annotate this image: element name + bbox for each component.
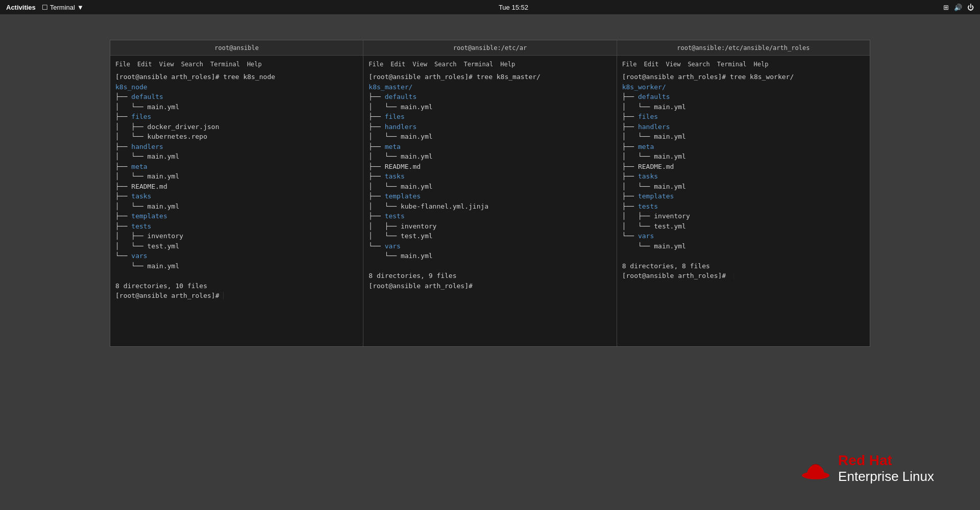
panel-3-menu: File Edit View Search Terminal Help: [622, 60, 865, 72]
terminal-label: Terminal: [50, 4, 75, 11]
menu-view-2[interactable]: View: [412, 60, 427, 69]
tab-2[interactable]: root@ansible:/etc/ar: [363, 40, 617, 55]
panel-3-content: [root@ansible arth_roles]# tree k8s_work…: [622, 72, 865, 281]
menu-file-1[interactable]: File: [115, 60, 130, 69]
panel-3: File Edit View Search Terminal Help [roo…: [617, 56, 870, 346]
redhat-logo: Red Hat Enterprise Linux: [800, 453, 934, 484]
menu-search-3[interactable]: Search: [688, 60, 709, 69]
grid-icon[interactable]: ⊞: [943, 4, 949, 11]
panel-1: File Edit View Search Terminal Help [roo…: [110, 56, 363, 346]
topbar-clock: Tue 15:52: [499, 4, 528, 11]
redhat-hat-icon: [800, 455, 831, 483]
menu-search-1[interactable]: Search: [181, 60, 203, 69]
panel-1-menu: File Edit View Search Terminal Help: [115, 60, 358, 72]
menu-search-2[interactable]: Search: [434, 60, 456, 69]
tab-3[interactable]: root@ansible:/etc/ansible/arth_roles: [617, 40, 870, 55]
tab-1[interactable]: root@ansible: [110, 40, 363, 55]
tab-bar: root@ansible root@ansible:/etc/ar root@a…: [110, 40, 870, 56]
menu-terminal-1[interactable]: Terminal: [210, 60, 240, 69]
activities-button[interactable]: Activities: [6, 4, 36, 11]
topbar-right: ⊞ 🔊 ⏻: [943, 4, 974, 11]
speaker-icon[interactable]: 🔊: [954, 4, 962, 11]
menu-terminal-2[interactable]: Terminal: [463, 60, 493, 69]
menu-help-3[interactable]: Help: [754, 60, 769, 69]
menu-edit-3[interactable]: Edit: [644, 60, 659, 69]
menu-help-2[interactable]: Help: [500, 60, 515, 69]
menu-terminal-3[interactable]: Terminal: [717, 60, 747, 69]
redhat-brand-name: Red Hat: [838, 453, 934, 469]
menu-file-3[interactable]: File: [622, 60, 637, 69]
panel-2-menu: File Edit View Search Terminal Help: [369, 60, 611, 72]
panel-2: File Edit View Search Terminal Help [roo…: [363, 56, 617, 346]
power-icon[interactable]: ⏻: [967, 4, 974, 11]
panel-2-content: [root@ansible arth_roles]# tree k8s_mast…: [369, 72, 611, 291]
terminal-panels: File Edit View Search Terminal Help [roo…: [110, 56, 870, 346]
panel-1-content: [root@ansible arth_roles]# tree k8s_node…: [115, 72, 358, 301]
desktop: root@ansible root@ansible:/etc/ar root@a…: [0, 14, 980, 510]
menu-view-1[interactable]: View: [159, 60, 174, 69]
menu-file-2[interactable]: File: [369, 60, 383, 69]
menu-edit-1[interactable]: Edit: [137, 60, 152, 69]
chevron-down-icon: ▼: [77, 4, 84, 11]
topbar: Activities ☐ Terminal ▼ Tue 15:52 ⊞ 🔊 ⏻: [0, 0, 980, 14]
menu-view-3[interactable]: View: [666, 60, 680, 69]
topbar-left: Activities ☐ Terminal ▼: [6, 4, 84, 11]
menu-help-1[interactable]: Help: [247, 60, 262, 69]
terminal-window: root@ansible root@ansible:/etc/ar root@a…: [110, 40, 870, 347]
redhat-brand-text: Red Hat Enterprise Linux: [838, 453, 934, 484]
menu-edit-2[interactable]: Edit: [390, 60, 405, 69]
redhat-brand-sub: Enterprise Linux: [838, 469, 934, 484]
terminal-menu[interactable]: ☐ Terminal ▼: [42, 4, 84, 11]
terminal-icon: ☐: [42, 4, 48, 11]
